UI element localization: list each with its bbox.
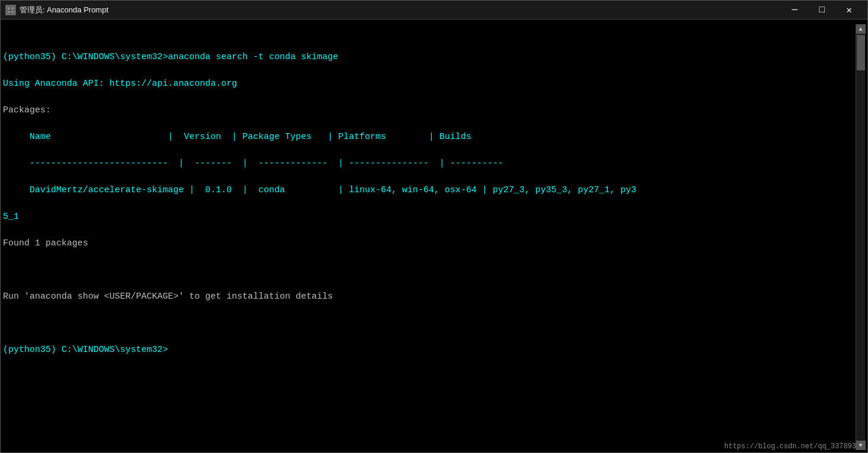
svg-rect-4 <box>11 11 14 13</box>
console-output[interactable]: (python35) C:\WINDOWS\system32>anaconda … <box>3 24 856 450</box>
console-line-blank1 <box>3 264 856 277</box>
console-body: (python35) C:\WINDOWS\system32>anaconda … <box>1 20 867 452</box>
scrollbar-down-button[interactable]: ▼ <box>856 441 866 450</box>
console-line-prompt2: (python35) C:\WINDOWS\system32> <box>3 344 856 357</box>
minimize-button[interactable]: ─ <box>781 1 808 20</box>
scrollbar-track[interactable] <box>856 34 865 441</box>
svg-rect-1 <box>8 7 10 9</box>
svg-rect-3 <box>8 11 10 13</box>
console-line-pkg-row2: 5_1 <box>3 211 856 224</box>
maximize-button[interactable]: □ <box>808 1 835 20</box>
console-line-api: Using Anaconda API: https://api.anaconda… <box>3 77 856 91</box>
console-line-col-header: Name | Version | Package Types | Platfor… <box>3 131 856 144</box>
close-button[interactable]: ✕ <box>835 1 863 20</box>
window-controls: ─ □ ✕ <box>781 1 863 20</box>
terminal-window: 管理员: Anaconda Prompt ─ □ ✕ (python35) C:… <box>0 0 868 453</box>
console-line-blank2 <box>3 317 856 331</box>
window-title: 管理员: Anaconda Prompt <box>20 5 781 15</box>
footer-url: https://blog.csdn.net/qq_337893 <box>724 442 856 451</box>
console-line-pkg-row: DavidMertz/accelerate-skimage | 0.1.0 | … <box>3 184 856 198</box>
console-line-run-hint: Run 'anaconda show <USER/PACKAGE>' to ge… <box>3 290 856 304</box>
console-line-found: Found 1 packages <box>3 237 856 251</box>
scrollbar-thumb[interactable] <box>857 35 865 70</box>
console-line-pkg-header: Packages: <box>3 104 856 118</box>
console-line-col-sep: -------------------------- | ------- | -… <box>3 157 856 171</box>
scrollbar-up-button[interactable]: ▲ <box>856 24 866 34</box>
console-line-cmd1: (python35) C:\WINDOWS\system32>anaconda … <box>3 51 856 64</box>
titlebar: 管理员: Anaconda Prompt ─ □ ✕ <box>1 1 867 20</box>
svg-rect-2 <box>11 7 14 9</box>
scrollbar[interactable]: ▲ ▼ <box>856 24 865 450</box>
window-icon <box>5 5 16 15</box>
